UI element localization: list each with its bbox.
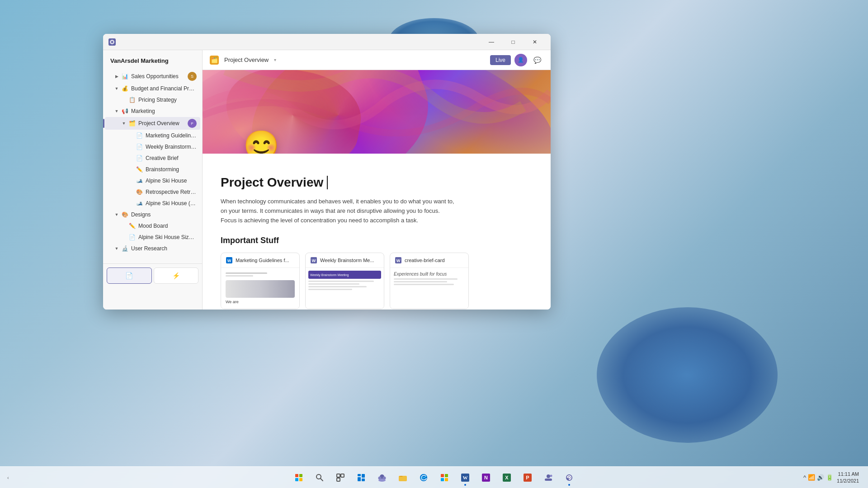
doc-card-header: W creative-brief-card <box>390 253 468 268</box>
sidebar-item-alpine-sizzle[interactable]: ▶ 📄 Alpine Ski House Sizzle Re... <box>105 232 200 243</box>
sidebar-label: Marketing Guidelines for V... <box>146 132 197 139</box>
sidebar-item-mood-board[interactable]: ▶ ✏️ Mood Board <box>105 221 200 231</box>
sidebar-item-retrospective-retreat[interactable]: ▶ 🎨 Retrospective Retreat <box>105 187 200 197</box>
files-icon: 📄 <box>125 272 133 279</box>
doc-icon: 📄 <box>128 234 136 241</box>
chat-icon-button[interactable]: 💬 <box>531 54 543 66</box>
svg-point-41 <box>550 474 552 477</box>
sidebar-label: Project Overview <box>138 120 188 127</box>
sidebar-tab-files[interactable]: 📄 <box>107 267 152 284</box>
taskbar: ‹ <box>0 466 868 488</box>
header-actions: Live 👤 💬 <box>490 54 543 66</box>
edit-icon: ✏️ <box>136 166 143 173</box>
sidebar-tab-activity[interactable]: ⚡ <box>154 267 199 284</box>
close-button[interactable]: ✕ <box>524 34 545 50</box>
sidebar-item-weekly-brainstorm[interactable]: ▶ 📄 Weekly Brainstorm Meeting <box>105 141 200 152</box>
taskbar-word[interactable]: W <box>456 469 474 487</box>
live-button[interactable]: Live <box>490 55 511 65</box>
svg-text:P: P <box>526 475 529 480</box>
doc-card-marketing-guidelines[interactable]: W Marketing Guidelines f... We are <box>221 253 300 309</box>
doc-card-weekly-brainstorm[interactable]: W Weekly Brainstorm Me... Weekly Brainst… <box>305 253 384 309</box>
sidebar-item-alpine-ski-house[interactable]: ▶ 🎿 Alpine Ski House <box>105 175 200 186</box>
taskbar-search[interactable] <box>311 469 329 487</box>
budget-icon: 💰 <box>121 85 128 92</box>
minimize-button[interactable]: — <box>481 34 502 50</box>
expand-tray-icon[interactable]: ^ <box>803 474 806 481</box>
word-icon: W <box>310 257 317 264</box>
sidebar-item-project-overview[interactable]: ▼ 🗂️ Project Overview P <box>105 117 200 130</box>
expand-icon: ‹ <box>7 475 9 480</box>
network-icon[interactable]: 📶 <box>808 474 815 481</box>
svg-text:W: W <box>312 258 316 263</box>
main-area: VanArsdel Marketing ▶ 📊 Sales Opportunit… <box>103 50 551 310</box>
content-scrollable[interactable]: 😊 Project Overview When technology commu… <box>203 70 551 310</box>
chevron-down-icon: ▼ <box>121 121 127 126</box>
taskbar-time-display: 11:11 AM <box>837 471 859 477</box>
taskbar-start[interactable] <box>290 469 308 487</box>
sidebar-label: Retrospective Retreat <box>146 189 197 195</box>
hero-emoji: 😊 <box>243 129 279 154</box>
svg-rect-21 <box>362 479 365 481</box>
taskbar-onenote[interactable]: N <box>477 469 495 487</box>
taskbar-teams[interactable] <box>539 469 557 487</box>
cursor-indicator <box>327 176 328 189</box>
battery-icon[interactable]: 🔋 <box>826 474 833 481</box>
sidebar-avatar: S <box>188 72 197 81</box>
svg-point-44 <box>568 477 570 479</box>
avatar-initials: 👤 <box>518 57 524 63</box>
sidebar-bottom-tabs: 📄 ⚡ <box>103 263 202 287</box>
taskbar-file-explorer[interactable] <box>394 469 412 487</box>
doc-icon: 📄 <box>136 132 143 139</box>
blob-decoration-bottom-right <box>597 307 778 443</box>
sales-icon: 📊 <box>121 73 128 80</box>
sidebar-item-designs[interactable]: ▼ 🎨 Designs <box>105 209 200 220</box>
svg-line-14 <box>321 479 323 481</box>
volume-icon[interactable]: 🔊 <box>817 474 824 481</box>
svg-text:W: W <box>227 258 231 263</box>
card-title: creative-brief-card <box>405 258 445 263</box>
taskbar-widgets[interactable] <box>352 469 370 487</box>
taskbar-store[interactable] <box>435 469 453 487</box>
taskbar-edge[interactable] <box>415 469 433 487</box>
page-content: Project Overview When technology communi… <box>203 154 551 310</box>
chevron-down-icon: ▼ <box>114 246 119 251</box>
svg-rect-12 <box>299 478 302 481</box>
svg-rect-29 <box>445 474 448 477</box>
doc-card-creative-brief[interactable]: W creative-brief-card Experiences built … <box>390 253 469 309</box>
sidebar-item-marketing[interactable]: ▼ 📢 Marketing <box>105 106 200 117</box>
sidebar-label: Mood Board <box>138 223 197 229</box>
taskbar-clock[interactable]: 11:11 AM 11/2/2021 <box>837 471 859 484</box>
sidebar-label: Designs <box>131 211 197 218</box>
sidebar-item-budget[interactable]: ▼ 💰 Budget and Financial Projection <box>105 83 200 94</box>
sidebar-label: Weekly Brainstorm Meeting <box>146 144 197 150</box>
maximize-button[interactable]: □ <box>503 34 524 50</box>
user-avatar[interactable]: 👤 <box>514 54 527 66</box>
preview-text: Experiences built for focus <box>394 272 465 277</box>
doc-icon: 📄 <box>136 143 143 150</box>
taskbar-excel[interactable]: X <box>498 469 516 487</box>
svg-rect-10 <box>299 474 302 477</box>
taskbar-chat[interactable] <box>373 469 391 487</box>
sidebar-label: User Research <box>131 245 197 252</box>
marketing-icon: 📢 <box>121 108 128 115</box>
taskbar-loop[interactable] <box>560 469 578 487</box>
svg-rect-15 <box>337 474 340 477</box>
taskbar-powerpoint[interactable]: P <box>519 469 537 487</box>
content-panel: 🗂️ Project Overview ▾ Live 👤 💬 <box>203 50 551 310</box>
sidebar-item-pricing[interactable]: ▶ 📋 Pricing Strategy <box>105 94 200 105</box>
sidebar-item-alpine-ski-id[interactable]: ▶ 🎿 Alpine Ski House (ID: 487... <box>105 198 200 209</box>
designs-icon: 🎨 <box>121 211 128 218</box>
card-preview: Experiences built for focus <box>390 268 468 309</box>
sidebar-item-creative-brief[interactable]: ▶ 📄 Creative Brief <box>105 153 200 164</box>
taskbar-task-view[interactable] <box>331 469 349 487</box>
page-title-text: Project Overview <box>221 175 323 190</box>
word-icon: W <box>226 257 233 264</box>
sidebar-item-user-research[interactable]: ▼ 🔬 User Research <box>105 243 200 254</box>
card-preview: We are <box>221 268 299 309</box>
breadcrumb-label: Project Overview <box>224 56 269 63</box>
svg-rect-19 <box>362 474 365 478</box>
sidebar-item-marketing-guidelines[interactable]: ▶ 📄 Marketing Guidelines for V... <box>105 130 200 141</box>
svg-rect-16 <box>341 474 344 477</box>
sidebar-item-sales-opportunities[interactable]: ▶ 📊 Sales Opportunities S <box>105 70 200 83</box>
sidebar-item-brainstorming[interactable]: ▶ ✏️ Brainstorming <box>105 164 200 175</box>
